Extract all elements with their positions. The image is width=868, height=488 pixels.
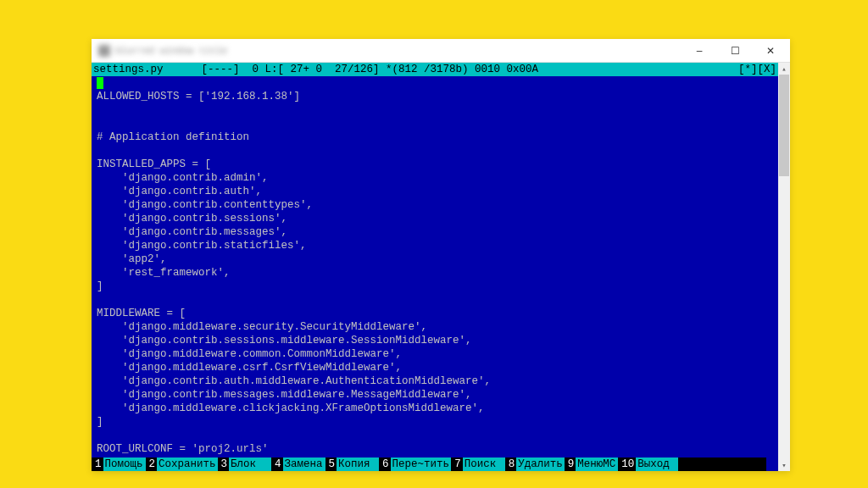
- fkey-5[interactable]: 5Копия: [326, 458, 380, 471]
- scroll-up-arrow[interactable]: ▴: [778, 63, 790, 75]
- fkey-label: МенюMC: [576, 458, 618, 471]
- fkey-4[interactable]: 4Замена: [271, 458, 326, 471]
- fkey-10[interactable]: 10Выход: [618, 458, 678, 471]
- window-controls: – ☐ ✕: [682, 40, 788, 62]
- editor-status-bar: settings.py [----] 0 L:[ 27+ 0 27/126] *…: [92, 63, 778, 76]
- fkey-label: Замена: [283, 458, 326, 471]
- window-title-text: blurred window title: [115, 46, 227, 56]
- scroll-down-arrow[interactable]: ▾: [778, 459, 790, 471]
- editor-area: settings.py [----] 0 L:[ 27+ 0 27/126] *…: [92, 63, 790, 471]
- status-filename: settings.py: [93, 63, 164, 76]
- fkey-1[interactable]: 1Помощь: [92, 458, 146, 471]
- fkey-3[interactable]: 3Блок: [218, 458, 272, 471]
- fkey-number: 2: [146, 458, 158, 471]
- fkey-number: 10: [618, 458, 636, 471]
- fkey-number: 8: [505, 458, 517, 471]
- window-title-blurred: blurred window title: [98, 45, 227, 57]
- app-window: blurred window title – ☐ ✕ settings.py […: [92, 39, 790, 471]
- fkey-number: 9: [565, 458, 576, 471]
- status-position: 0 L:[ 27+ 0 27/126] *(812 /3178b) 0010 0…: [240, 63, 539, 76]
- vertical-scrollbar[interactable]: ▴ ▾: [778, 63, 790, 471]
- status-mode: [----]: [202, 63, 240, 76]
- window-favicon: [98, 45, 110, 57]
- fkey-7[interactable]: 7Поиск: [451, 458, 505, 471]
- scroll-thumb[interactable]: [779, 75, 789, 176]
- fkey-6[interactable]: 6Пере~тить: [379, 458, 451, 471]
- minimize-button[interactable]: –: [682, 40, 717, 62]
- code-content[interactable]: ALLOWED_HOSTS = ['192.168.1.38'] # Appli…: [92, 76, 778, 469]
- fkey-number: 3: [218, 458, 230, 471]
- fkey-label: Помощь: [103, 458, 146, 471]
- maximize-button[interactable]: ☐: [717, 40, 753, 62]
- text-cursor: [97, 77, 103, 89]
- fkey-number: 6: [379, 458, 391, 471]
- fkey-number: 5: [326, 458, 337, 471]
- status-flags: [*][X]: [738, 63, 776, 76]
- fkey-9[interactable]: 9МенюMC: [565, 458, 619, 471]
- fkey-2[interactable]: 2Сохранить: [146, 458, 218, 471]
- fkey-label: Копия: [337, 458, 379, 471]
- fkey-label: Пере~тить: [391, 458, 452, 471]
- fkey-label: Выход: [636, 458, 678, 471]
- fkey-8[interactable]: 8Удалить: [505, 458, 565, 471]
- fkey-number: 1: [92, 458, 103, 471]
- fkey-number: 7: [451, 458, 463, 471]
- function-key-bar: 1Помощь2Сохранить3Блок4Замена5Копия6Пере…: [92, 458, 766, 471]
- fkey-label: Блок: [229, 458, 271, 471]
- fkey-label: Сохранить: [157, 458, 218, 471]
- status-gap: [164, 63, 202, 76]
- fkey-label: Удалить: [516, 458, 565, 471]
- close-button[interactable]: ✕: [753, 40, 788, 62]
- titlebar: blurred window title – ☐ ✕: [92, 39, 790, 63]
- fkey-label: Поиск: [463, 458, 505, 471]
- mcedit-terminal[interactable]: settings.py [----] 0 L:[ 27+ 0 27/126] *…: [92, 63, 778, 471]
- fkey-number: 4: [271, 458, 283, 471]
